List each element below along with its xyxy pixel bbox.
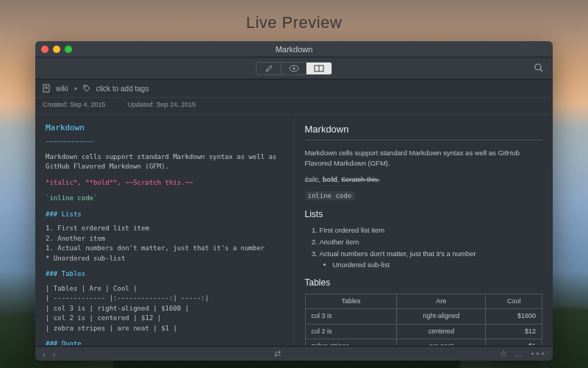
banner-title: Live Preview <box>0 13 588 32</box>
doc-name[interactable]: wiki <box>56 85 68 93</box>
prev-intro: Markdown cells support standard Markdown… <box>305 148 543 169</box>
next-note-button[interactable]: › <box>53 350 56 358</box>
src-h1: Markdown <box>46 122 284 135</box>
src-quote-h: ### Quote <box>46 339 284 345</box>
list-item: Unordered sub-list <box>333 260 543 270</box>
sync-button[interactable]: ⇄ <box>274 349 281 358</box>
src-table-row: | Tables | Are | Cool | <box>46 284 284 294</box>
split-mode-button[interactable] <box>306 63 331 74</box>
src-code: `inline code` <box>46 194 284 204</box>
split-icon <box>314 65 324 72</box>
prev-code: inline code <box>305 191 543 202</box>
src-tables-h: ### Tables <box>46 269 284 280</box>
search-icon <box>534 63 544 73</box>
table-row: col 2 is centered $12 <box>305 324 542 339</box>
app-window: Markdown wiki ▾ click to add tags <box>35 41 553 361</box>
src-table-row: | col 3 is | right-aligned | $1600 | <box>46 304 284 314</box>
doc-dropdown-chevron[interactable]: ▾ <box>74 85 77 92</box>
updated-date: Updated: Sep 24, 2015 <box>128 101 196 108</box>
prev-lists-h: Lists <box>305 208 543 221</box>
src-li: * Unordered sub-list <box>46 254 284 264</box>
svg-line-5 <box>540 69 542 71</box>
svg-point-1 <box>293 67 295 69</box>
prev-sublist: Unordered sub-list <box>320 260 543 270</box>
src-intro: Markdown cells support standard Markdown… <box>46 152 284 172</box>
tags-field[interactable]: click to add tags <box>96 85 149 93</box>
src-li: 2. Another item <box>46 234 284 244</box>
dates-bar: Created: Sep 4, 2015 Updated: Sep 24, 20… <box>35 98 553 115</box>
star-button[interactable]: ☆ <box>500 349 507 358</box>
more-button[interactable]: ∘∘∘ <box>530 349 545 358</box>
editor-pane[interactable]: Markdown ----------------- Markdown cell… <box>35 115 295 345</box>
prev-hr <box>305 140 543 141</box>
pencil-icon <box>265 64 273 73</box>
note-icon <box>43 84 50 93</box>
view-mode-segment <box>256 62 332 75</box>
src-hr: ----------------- <box>46 138 284 146</box>
table-header: Cool <box>486 294 542 309</box>
prev-tables-h: Tables <box>305 276 543 289</box>
list-item: Another item <box>320 237 543 247</box>
src-emph: *italic*, **bold**, ~~Scratch this.~~ <box>46 178 284 188</box>
svg-point-4 <box>535 64 541 70</box>
list-item: Actual numbers don't matter, just that i… <box>320 249 543 270</box>
src-table-row: | zebra stripes | are neat | $1 | <box>46 324 284 334</box>
prev-note-button[interactable]: ‹ <box>43 350 46 358</box>
preview-pane: Markdown Markdown cells support standard… <box>295 115 553 345</box>
window-titlebar: Markdown <box>35 41 553 57</box>
table-header: Tables <box>305 294 397 309</box>
table-row: zebra stripes are neat $1 <box>305 339 542 345</box>
prev-table: Tables Are Cool col 3 is right-aligned $… <box>305 294 543 345</box>
tag-icon <box>83 85 90 92</box>
created-date: Created: Sep 4, 2015 <box>43 101 106 108</box>
doc-meta-bar: wiki ▾ click to add tags <box>35 79 553 98</box>
eye-icon <box>289 65 299 72</box>
edit-mode-button[interactable] <box>257 63 282 74</box>
svg-point-9 <box>85 86 86 88</box>
status-bar: ‹ › ⇄ ☆ … ∘∘∘ <box>35 346 553 361</box>
src-table-row: | col 2 is | centered | $12 | <box>46 314 284 324</box>
content-area: Markdown ----------------- Markdown cell… <box>35 115 553 345</box>
search-button[interactable] <box>534 63 544 73</box>
prev-h1: Markdown <box>305 122 543 137</box>
table-row: col 3 is right-aligned $1600 <box>305 309 542 325</box>
list-item: First ordered list item <box>320 225 543 236</box>
src-li: 1. First ordered list item <box>46 224 284 234</box>
prev-emph: italic, bold, Scratch this. <box>305 174 543 185</box>
prev-ordered-list: First ordered list item Another item Act… <box>305 225 543 270</box>
src-lists-h: ### Lists <box>46 210 284 220</box>
menu-button[interactable]: … <box>514 350 523 358</box>
src-table-row: | ------------- |:-------------:| -----:… <box>46 294 284 304</box>
table-header: Are <box>397 294 486 309</box>
toolbar <box>35 57 553 79</box>
preview-mode-button[interactable] <box>282 63 306 74</box>
src-li: 1. Actual numbers don't matter, just tha… <box>46 244 284 254</box>
window-title: Markdown <box>35 45 553 54</box>
